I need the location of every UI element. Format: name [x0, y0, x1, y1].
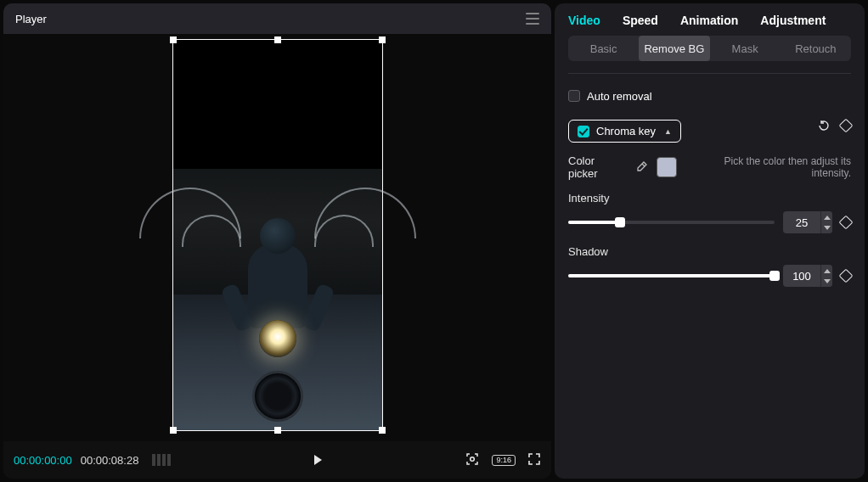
- auto-removal-row: Auto removal: [568, 84, 851, 108]
- fullscreen-icon[interactable]: [527, 452, 541, 468]
- shadow-keyframe-icon[interactable]: [839, 269, 854, 283]
- tab-video[interactable]: Video: [568, 14, 600, 27]
- sub-tab-basic[interactable]: Basic: [568, 36, 639, 61]
- player-title: Player: [15, 13, 47, 25]
- resize-handle[interactable]: [379, 36, 386, 43]
- shadow-step-down[interactable]: [821, 276, 832, 287]
- aspect-ratio-badge[interactable]: 9:16: [492, 455, 516, 466]
- auto-removal-checkbox[interactable]: [568, 90, 580, 102]
- tab-animation[interactable]: Animation: [680, 14, 738, 27]
- sub-tab-remove-bg[interactable]: Remove BG: [639, 36, 709, 61]
- eyedropper-icon[interactable]: [634, 160, 648, 174]
- transport-bar: 00:00:00:00 00:00:08:28 9:16: [3, 441, 551, 479]
- reset-icon[interactable]: [817, 119, 831, 132]
- color-picker-hint: Pick the color then adjust its intensity…: [685, 155, 851, 179]
- color-picker-row: Color picker Pick the color then adjust …: [568, 154, 851, 180]
- intensity-slider[interactable]: [568, 221, 775, 224]
- intensity-label: Intensity: [568, 192, 851, 205]
- keyframe-icon[interactable]: [839, 118, 854, 132]
- timecode-current: 00:00:00:00: [14, 454, 72, 467]
- inspector-panel: Video Speed Animation Adjustment Basic R…: [555, 3, 865, 479]
- shadow-block: Shadow 100: [568, 245, 851, 287]
- sub-tab-retouch[interactable]: Retouch: [781, 36, 851, 61]
- timecode-total: 00:00:08:28: [81, 454, 139, 467]
- resize-handle[interactable]: [274, 36, 281, 43]
- resize-handle[interactable]: [379, 427, 386, 434]
- chroma-key-checkbox[interactable]: [578, 126, 589, 137]
- intensity-value[interactable]: 25: [783, 211, 820, 233]
- color-picker-label: Color picker: [568, 154, 626, 180]
- video-clip-frame[interactable]: [172, 39, 383, 431]
- shadow-step-up[interactable]: [821, 265, 832, 276]
- intensity-step-down[interactable]: [821, 222, 832, 233]
- player-panel: Player: [3, 3, 551, 479]
- shadow-slider[interactable]: [568, 274, 775, 277]
- divider: [568, 73, 851, 74]
- chroma-key-label: Chroma key: [596, 125, 656, 137]
- clip-scene: [173, 169, 382, 430]
- color-swatch[interactable]: [657, 157, 677, 177]
- auto-removal-label: Auto removal: [587, 90, 652, 103]
- intensity-value-box: 25: [783, 211, 832, 233]
- shadow-value[interactable]: 100: [783, 265, 820, 287]
- shadow-value-box: 100: [783, 265, 832, 287]
- motorcycle-rider: [210, 201, 346, 422]
- inspector-tabs: Video Speed Animation Adjustment: [555, 3, 865, 36]
- player-menu-icon[interactable]: [526, 13, 539, 25]
- crop-icon[interactable]: [465, 451, 480, 469]
- chroma-key-toggle[interactable]: Chroma key ▲: [568, 120, 681, 143]
- player-stage[interactable]: [3, 34, 551, 441]
- chevron-up-icon: ▲: [664, 127, 672, 136]
- resize-handle[interactable]: [170, 36, 177, 43]
- play-button[interactable]: [311, 453, 324, 467]
- tab-adjustment[interactable]: Adjustment: [760, 14, 826, 27]
- shadow-label: Shadow: [568, 245, 851, 258]
- sub-tab-mask[interactable]: Mask: [710, 36, 781, 61]
- svg-point-0: [471, 457, 475, 461]
- sub-tabs: Basic Remove BG Mask Retouch: [568, 36, 851, 61]
- intensity-keyframe-icon[interactable]: [839, 216, 854, 230]
- tab-speed[interactable]: Speed: [623, 14, 658, 27]
- resize-handle[interactable]: [170, 427, 177, 434]
- intensity-block: Intensity 25: [568, 192, 851, 233]
- intensity-step-up[interactable]: [821, 211, 832, 222]
- remove-bg-body: Auto removal Chroma key ▲ Color picker: [555, 84, 865, 287]
- player-header: Player: [3, 3, 551, 34]
- compare-view-icon[interactable]: [152, 454, 171, 466]
- resize-handle[interactable]: [274, 427, 281, 434]
